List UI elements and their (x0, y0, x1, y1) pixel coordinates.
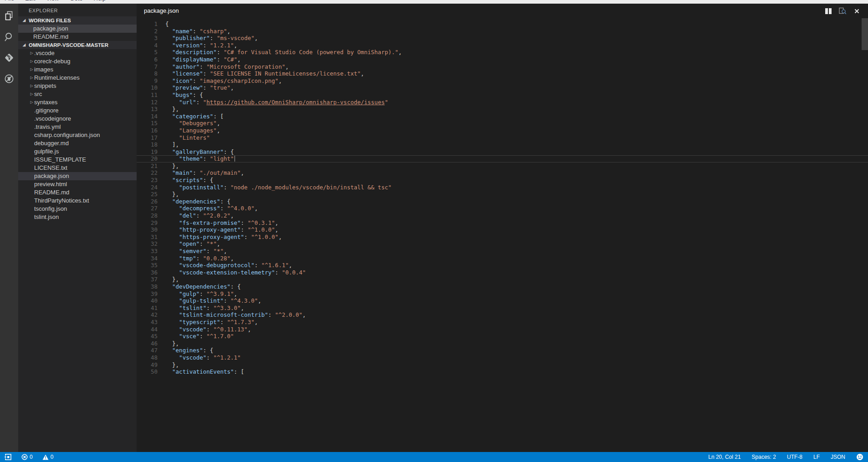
menu-help[interactable]: Help (94, 0, 106, 3)
code-line-13[interactable]: 13 }, (137, 106, 868, 113)
code-line-39[interactable]: 39 "gulp": "^3.9.1", (137, 290, 868, 298)
tree-folder-images[interactable]: ▷images (18, 66, 137, 74)
code-line-7[interactable]: 7 "author": "Microsoft Corporation", (137, 63, 868, 71)
tree-item-license-txt[interactable]: LICENSE.txt (18, 164, 137, 172)
code-line-45[interactable]: 45 "vsce": "^1.7.0" (137, 333, 868, 340)
tree-item-preview-html[interactable]: preview.html (18, 180, 137, 188)
code-line-27[interactable]: 27 "decompress": "^4.0.0", (137, 205, 868, 212)
code-line-29[interactable]: 29 "fs-extra-promise": "^0.3.1", (137, 219, 868, 227)
code-line-38[interactable]: 38 "devDependencies": { (137, 283, 868, 290)
open-preview-icon[interactable] (838, 7, 847, 15)
split-editor-icon[interactable] (824, 7, 832, 15)
status-encoding[interactable]: UTF-8 (787, 454, 802, 460)
files-icon[interactable] (3, 10, 15, 22)
tree-item-gulpfile-js[interactable]: gulpfile.js (18, 147, 137, 156)
close-icon[interactable] (853, 7, 861, 15)
code-line-10[interactable]: 10 "preview": "true", (137, 84, 868, 91)
tree-item-debugger-md[interactable]: debugger.md (18, 139, 137, 147)
code-line-48[interactable]: 48 "vscode": "^1.2.1" (137, 354, 868, 361)
tree-item-readme-md[interactable]: README.md (18, 188, 137, 197)
tree-item-package-json[interactable]: package.json (18, 172, 137, 180)
code-line-25[interactable]: 25 }, (137, 191, 868, 198)
status-layout-icon[interactable] (5, 453, 12, 461)
status-eol[interactable]: LF (813, 454, 820, 460)
tree-folder-src[interactable]: ▷src (18, 90, 137, 98)
menu-goto[interactable]: Goto (70, 0, 82, 3)
code-line-42[interactable]: 42 "tslint-microsoft-contrib": "^2.0.0", (137, 311, 868, 319)
code-line-1[interactable]: 1{ (137, 20, 868, 28)
code-line-17[interactable]: 17 "Linters" (137, 134, 868, 142)
code-line-31[interactable]: 31 "https-proxy-agent": "^1.0.0", (137, 234, 868, 241)
code-line-19[interactable]: 19 "galleryBanner": { (137, 148, 868, 156)
editor-scrollbar[interactable] (862, 18, 868, 50)
code-line-6[interactable]: 6 "displayName": "C#", (137, 56, 868, 63)
tree-item--vscodeignore[interactable]: .vscodeignore (18, 115, 137, 123)
line-content: }, (158, 361, 179, 369)
code-line-32[interactable]: 32 "open": "*", (137, 240, 868, 248)
code-line-46[interactable]: 46 }, (137, 340, 868, 347)
code-line-23[interactable]: 23 "scripts": { (137, 177, 868, 184)
code-line-8[interactable]: 8 "license": "SEE LICENSE IN RuntimeLice… (137, 70, 868, 77)
code-line-2[interactable]: 2 "name": "csharp", (137, 28, 868, 35)
code-line-3[interactable]: 3 "publisher": "ms-vscode", (137, 35, 868, 42)
code-line-37[interactable]: 37 }, (137, 276, 868, 283)
section-header-working-files[interactable]: ◢WORKING FILES (18, 16, 137, 25)
code-line-33[interactable]: 33 "semver": "*", (137, 248, 868, 255)
tree-item--travis-yml[interactable]: .travis.yml (18, 123, 137, 131)
search-icon[interactable] (3, 31, 15, 43)
tree-item--gitignore[interactable]: .gitignore (18, 107, 137, 115)
tree-item-package-json[interactable]: package.json (18, 25, 137, 33)
error-count[interactable]: 0 (21, 454, 33, 460)
code-line-9[interactable]: 9 "icon": "images/csharpIcon.png", (137, 77, 868, 85)
code-line-43[interactable]: 43 "typescript": "^1.7.3", (137, 319, 868, 326)
code-line-30[interactable]: 30 "http-proxy-agent": "^1.0.0", (137, 226, 868, 234)
code-line-24[interactable]: 24 "postinstall": "node ./node_modules/v… (137, 184, 868, 191)
tree-item-thirdpartynotices-txt[interactable]: ThirdPartyNotices.txt (18, 197, 137, 205)
status-language-mode[interactable]: JSON (831, 454, 845, 460)
code-line-41[interactable]: 41 "tslint": "^3.3.0", (137, 305, 868, 312)
code-line-22[interactable]: 22 "main": "./out/main", (137, 169, 868, 177)
warning-count[interactable]: 0 (42, 454, 54, 460)
code-line-40[interactable]: 40 "gulp-tslint": "^4.3.0", (137, 297, 868, 305)
code-line-47[interactable]: 47 "engines": { (137, 347, 868, 354)
code-line-49[interactable]: 49 }, (137, 361, 868, 369)
tree-item-tsconfig-json[interactable]: tsconfig.json (18, 205, 137, 213)
code-line-50[interactable]: 50 "activationEvents": [ (137, 368, 868, 376)
code-line-36[interactable]: 36 "vscode-extension-telemetry": "0.0.4" (137, 269, 868, 276)
git-icon[interactable] (3, 52, 15, 64)
code-line-35[interactable]: 35 "vscode-debugprotocol": "^1.6.1", (137, 262, 868, 269)
menu-view[interactable]: View (46, 0, 59, 3)
code-line-11[interactable]: 11 "bugs": { (137, 91, 868, 99)
status-indentation[interactable]: Spaces: 2 (752, 454, 776, 460)
code-line-14[interactable]: 14 "categories": [ (137, 113, 868, 120)
code-line-34[interactable]: 34 "tmp": "0.0.28", (137, 255, 868, 262)
code-editor[interactable]: 1{2 "name": "csharp",3 "publisher": "ms-… (137, 19, 868, 452)
tree-folder-coreclr-debug[interactable]: ▷coreclr-debug (18, 57, 137, 66)
code-line-4[interactable]: 4 "version": "1.2.1", (137, 42, 868, 49)
tree-folder-snippets[interactable]: ▷snippets (18, 82, 137, 90)
link-url[interactable]: https://github.com/OmniSharp/omnisharp-v… (206, 99, 384, 106)
code-line-21[interactable]: 21 }, (137, 162, 868, 170)
code-line-18[interactable]: 18 ], (137, 141, 868, 148)
tree-item-readme-md[interactable]: README.md (18, 33, 137, 41)
menu-edit[interactable]: Edit (25, 0, 35, 3)
tree-folder-runtimelicenses[interactable]: ▷RuntimeLicenses (18, 74, 137, 82)
debug-icon[interactable] (3, 73, 15, 85)
code-line-28[interactable]: 28 "del": "^2.0.2", (137, 212, 868, 219)
menu-file[interactable]: File (5, 0, 14, 3)
tree-item-tslint-json[interactable]: tslint.json (18, 213, 137, 221)
code-line-44[interactable]: 44 "vscode": "^0.11.13", (137, 326, 868, 333)
tree-item-issue-template[interactable]: ISSUE_TEMPLATE (18, 156, 137, 164)
code-line-15[interactable]: 15 "Debuggers", (137, 120, 868, 127)
feedback-smiley-icon[interactable] (856, 453, 863, 461)
code-line-5[interactable]: 5 "description": "C# for Visual Studio C… (137, 49, 868, 56)
tree-folder-syntaxes[interactable]: ▷syntaxes (18, 98, 137, 107)
code-line-12[interactable]: 12 "url": "https://github.com/OmniSharp/… (137, 99, 868, 106)
code-line-16[interactable]: 16 "Languages", (137, 127, 868, 134)
tree-folder--vscode[interactable]: ▷.vscode (18, 49, 137, 57)
code-line-20[interactable]: 20 "theme": "light" (137, 155, 868, 162)
status-cursor-position[interactable]: Ln 20, Col 21 (708, 454, 740, 460)
code-line-26[interactable]: 26 "dependencies": { (137, 198, 868, 205)
section-header-omnisharp-vscode-master[interactable]: ◢OMNISHARP-VSCODE-MASTER (18, 41, 137, 49)
tree-item-csharp-configuration-json[interactable]: csharp.configuration.json (18, 131, 137, 139)
